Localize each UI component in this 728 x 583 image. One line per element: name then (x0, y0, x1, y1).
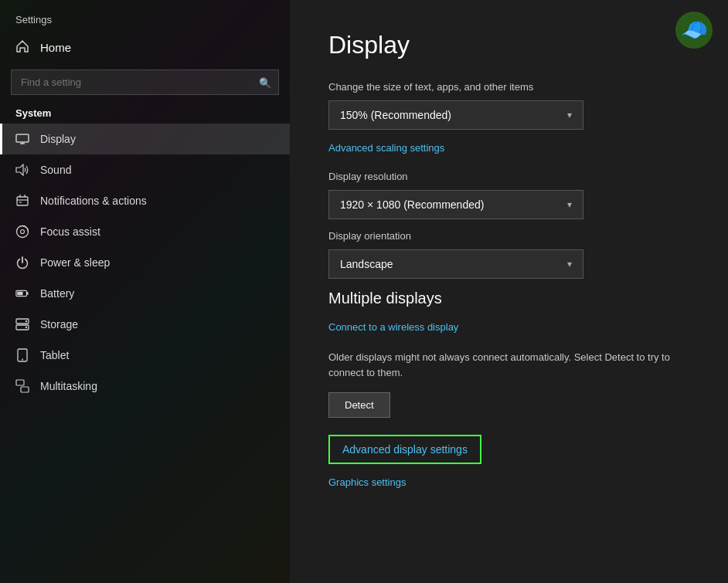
svg-point-17 (26, 327, 27, 328)
sidebar-item-focus[interactable]: Focus assist (0, 216, 290, 247)
nav-label-multitasking: Multitasking (40, 380, 97, 392)
system-label: System (0, 104, 290, 124)
page-title: Display (328, 31, 689, 59)
resolution-dropdown[interactable]: 1920 × 1080 (Recommended) ▾ (328, 190, 583, 219)
sidebar-item-multitasking[interactable]: Multitasking (0, 371, 290, 402)
svg-rect-4 (17, 197, 28, 205)
nav-label-notifications: Notifications & actions (40, 195, 147, 207)
search-box: 🔍 (11, 69, 279, 95)
svg-rect-0 (16, 134, 29, 142)
notifications-icon (15, 194, 29, 208)
sidebar-item-storage[interactable]: Storage (0, 309, 290, 340)
multitasking-icon (15, 379, 29, 393)
power-icon (15, 256, 29, 269)
resolution-dropdown-value: 1920 × 1080 (Recommended) (340, 198, 484, 211)
search-icon: 🔍 (259, 76, 271, 88)
svg-marker-3 (16, 164, 23, 175)
nav-label-focus: Focus assist (40, 225, 100, 238)
sidebar-item-notifications[interactable]: Notifications & actions (0, 185, 290, 216)
orientation-dropdown-arrow: ▾ (567, 259, 572, 269)
detect-button[interactable]: Detect (328, 392, 390, 418)
svg-rect-20 (16, 380, 24, 385)
sidebar: Settings Home 🔍 System Display (0, 0, 290, 583)
sidebar-item-display[interactable]: Display (0, 124, 290, 154)
battery-icon (15, 286, 29, 300)
multiple-displays-heading: Multiple displays (328, 290, 689, 307)
focus-icon (15, 225, 29, 239)
orientation-dropdown[interactable]: Landscape ▾ (328, 249, 583, 279)
advanced-display-link-box[interactable]: Advanced display settings (328, 435, 481, 464)
display-icon (15, 132, 29, 146)
nav-label-tablet: Tablet (40, 349, 69, 361)
nav-label-sound: Sound (40, 164, 71, 176)
sidebar-item-home[interactable]: Home (0, 32, 290, 63)
advanced-display-link[interactable]: Advanced display settings (342, 443, 468, 456)
svg-point-19 (22, 359, 23, 361)
nav-label-power: Power & sleep (40, 256, 110, 269)
search-input[interactable] (11, 69, 279, 95)
sidebar-item-power[interactable]: Power & sleep (0, 247, 290, 278)
avatar-wrap: 🧢 (675, 12, 713, 49)
nav-label-battery: Battery (40, 287, 74, 300)
scale-dropdown[interactable]: 150% (Recommended) ▾ (328, 100, 583, 130)
sidebar-item-tablet[interactable]: Tablet (0, 340, 290, 371)
wireless-display-link[interactable]: Connect to a wireless display (328, 321, 458, 333)
tablet-icon (15, 348, 29, 362)
svg-rect-13 (17, 292, 22, 296)
scale-dropdown-arrow: ▾ (567, 110, 572, 120)
avatar: 🧢 (675, 12, 713, 49)
svg-point-10 (21, 230, 25, 234)
advanced-scaling-link[interactable]: Advanced scaling settings (328, 142, 444, 154)
orientation-label: Display orientation (328, 230, 689, 242)
sound-icon (15, 163, 29, 177)
svg-point-16 (26, 320, 27, 322)
storage-icon (15, 317, 29, 331)
resolution-dropdown-arrow: ▾ (567, 199, 572, 210)
scale-label: Change the size of text, apps, and other… (328, 81, 689, 93)
scale-dropdown-value: 150% (Recommended) (340, 109, 451, 121)
svg-rect-12 (26, 292, 28, 295)
avatar-emoji: 🧢 (681, 19, 708, 41)
multiple-displays-description: Older displays might not always connect … (328, 350, 689, 380)
graphics-settings-link[interactable]: Graphics settings (328, 476, 406, 488)
app-title: Settings (0, 0, 290, 32)
orientation-dropdown-value: Landscape (340, 258, 393, 270)
sidebar-item-battery[interactable]: Battery (0, 278, 290, 309)
svg-rect-21 (21, 387, 29, 392)
nav-label-storage: Storage (40, 318, 78, 330)
sidebar-item-sound[interactable]: Sound (0, 154, 290, 185)
nav-label-display: Display (40, 133, 76, 145)
home-label: Home (40, 41, 71, 54)
home-icon (15, 39, 29, 56)
resolution-label: Display resolution (328, 171, 689, 182)
main-content: 🧢 Display Change the size of text, apps,… (290, 0, 728, 583)
